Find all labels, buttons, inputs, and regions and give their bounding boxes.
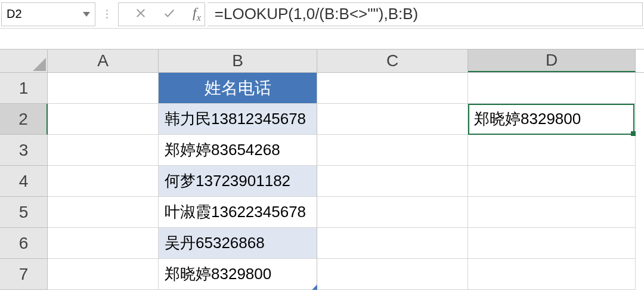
cell-text: 吴丹65326868 — [165, 233, 265, 253]
cell-text: 叶淑霞13622345678 — [165, 202, 306, 222]
table-row: 4 何梦13723901182 — [0, 166, 644, 197]
name-box-value: D2 — [7, 7, 83, 21]
name-box[interactable]: D2 — [1, 2, 95, 26]
row-header-2[interactable]: 2 — [0, 104, 48, 135]
column-headers: A B C D — [0, 49, 644, 73]
cell-text: 郑晓婷8329800 — [474, 109, 581, 129]
table-row: 3 郑婷婷83654268 — [0, 135, 644, 166]
cell-C1[interactable] — [317, 73, 468, 104]
cell-A5[interactable] — [48, 197, 159, 228]
fx-icon[interactable]: fx — [193, 5, 201, 23]
col-header-C[interactable]: C — [317, 50, 468, 72]
select-all-button[interactable] — [0, 50, 48, 72]
cell-A2[interactable] — [48, 104, 159, 135]
table-row: 6 吴丹65326868 — [0, 228, 644, 259]
formula-text: =LOOKUP(1,0/(B:B<>""),B:B) — [215, 5, 418, 23]
cell-text: 韩力民13812345678 — [165, 109, 306, 129]
col-header-B[interactable]: B — [159, 50, 317, 72]
dropdown-arrow-icon[interactable] — [83, 12, 90, 17]
cell-B2[interactable]: 韩力民13812345678 — [159, 104, 317, 135]
col-header-D[interactable]: D — [468, 50, 636, 72]
row-header-1[interactable]: 1 — [0, 73, 48, 104]
table-row: 2 韩力民13812345678 郑晓婷8329800 — [0, 104, 644, 135]
cell-B4[interactable]: 何梦13723901182 — [159, 166, 317, 197]
table-header-cell[interactable]: 姓名电话 — [159, 73, 317, 104]
vertical-dots-icon[interactable] — [98, 10, 116, 18]
cell-text: 郑晓婷8329800 — [165, 264, 271, 285]
col-header-A[interactable]: A — [48, 50, 159, 72]
spreadsheet-grid: A B C D 1 姓名电话 2 韩力民13812345678 郑晓婷83298… — [0, 49, 644, 290]
cell-C5[interactable] — [317, 197, 468, 228]
cell-B3[interactable]: 郑婷婷83654268 — [159, 135, 317, 166]
cell-A3[interactable] — [48, 135, 159, 166]
cell-C7[interactable] — [317, 259, 468, 290]
cell-D2[interactable]: 郑晓婷8329800 — [468, 104, 636, 135]
cell-B5[interactable]: 叶淑霞13622345678 — [159, 197, 317, 228]
row-header-5[interactable]: 5 — [0, 197, 48, 228]
cell-D5[interactable] — [468, 197, 636, 228]
cell-D3[interactable] — [468, 135, 636, 166]
table-header-text: 姓名电话 — [205, 77, 271, 100]
table-row: 5 叶淑霞13622345678 — [0, 197, 644, 228]
cell-B7[interactable]: 郑晓婷8329800 — [159, 259, 317, 290]
formula-tools: fx — [118, 2, 205, 26]
cancel-icon[interactable] — [135, 8, 146, 21]
row-header-4[interactable]: 4 — [0, 166, 48, 197]
row-header-7[interactable]: 7 — [0, 259, 48, 290]
cell-C6[interactable] — [317, 228, 468, 259]
cell-D4[interactable] — [468, 166, 636, 197]
cell-A1[interactable] — [48, 73, 159, 104]
cell-D1[interactable] — [468, 73, 636, 104]
cell-A4[interactable] — [48, 166, 159, 197]
cell-text: 何梦13723901182 — [165, 171, 290, 191]
cell-D7[interactable] — [468, 259, 636, 290]
row-header-3[interactable]: 3 — [0, 135, 48, 166]
accept-icon[interactable] — [163, 7, 176, 22]
cell-A6[interactable] — [48, 228, 159, 259]
table-row: 1 姓名电话 — [0, 73, 644, 104]
cell-C2[interactable] — [317, 104, 468, 135]
cell-B6[interactable]: 吴丹65326868 — [159, 228, 317, 259]
cell-A7[interactable] — [48, 259, 159, 290]
formula-input[interactable]: =LOOKUP(1,0/(B:B<>""),B:B) — [208, 2, 643, 26]
cell-C3[interactable] — [317, 135, 468, 166]
cell-text: 郑婷婷83654268 — [165, 140, 280, 160]
formula-bar: D2 fx =LOOKUP(1,0/(B:B<>""),B:B) — [0, 0, 644, 29]
table-row: 7 郑晓婷8329800 — [0, 259, 644, 290]
cell-C4[interactable] — [317, 166, 468, 197]
cell-D6[interactable] — [468, 228, 636, 259]
row-header-6[interactable]: 6 — [0, 228, 48, 259]
table-resize-handle-icon[interactable] — [312, 285, 317, 290]
